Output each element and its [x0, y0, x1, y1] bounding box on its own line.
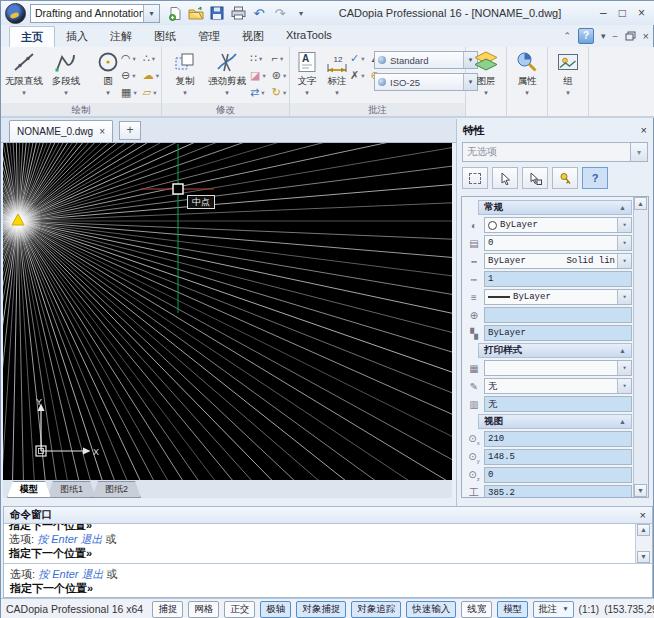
undo-icon[interactable]: ↶ [250, 4, 268, 22]
workspace-dropdown[interactable]: Drafting and Annotation ▾ [30, 4, 160, 23]
scroll-down-icon[interactable]: ▼ [634, 484, 647, 497]
command-link[interactable]: 按 Enter 退出 [37, 533, 102, 545]
scroll-up-icon[interactable]: ▲ [637, 524, 650, 536]
ribbon-tab-XtraTools[interactable]: XtraTools [275, 26, 343, 47]
arc-icon[interactable]: ◠▾ [121, 51, 137, 66]
fillet-icon[interactable]: ⌐▾ [272, 51, 286, 66]
ribbon-button-无限直线[interactable]: 无限直线▾ [4, 49, 44, 97]
ribbon-button-强劲剪裁[interactable]: 强劲剪裁▾ [207, 49, 247, 97]
property-field[interactable]: 无 [484, 396, 632, 412]
ribbon-button-标注[interactable]: 12标注▾ [323, 49, 351, 97]
chevron-down-icon[interactable]: ▾ [525, 89, 529, 97]
close-button[interactable]: × [638, 3, 645, 23]
app-logo-icon[interactable] [5, 3, 26, 24]
ellipse-icon[interactable]: ⊖▾ [121, 68, 137, 83]
text-style-combo[interactable]: Standard ▾ [374, 51, 478, 69]
chevron-down-icon[interactable]: ▾ [225, 89, 229, 97]
property-field[interactable]: 148.5 [484, 449, 632, 465]
pick-add-cursor-icon[interactable] [522, 167, 548, 189]
doc-close-icon[interactable]: × [643, 30, 649, 42]
document-tab-close-icon[interactable]: × [99, 126, 105, 137]
document-tab[interactable]: NONAME_0.dwg × [9, 120, 113, 142]
selection-dropdown[interactable]: 无选项 ▾ [462, 142, 648, 162]
ribbon-button-属性[interactable]: 属性▾ [510, 49, 544, 97]
scroll-down-icon[interactable]: ▼ [637, 551, 650, 563]
select-elements-icon[interactable] [462, 167, 488, 189]
chevron-down-icon[interactable]: ▾ [566, 89, 570, 97]
property-field[interactable]: ByLayer▾ [484, 289, 632, 305]
cloud-icon[interactable]: ☁▾ [143, 68, 159, 83]
chevron-down-icon[interactable]: ▾ [106, 89, 110, 97]
properties-help-icon[interactable]: ? [582, 167, 608, 189]
status-toggle-快速输入[interactable]: 快速输入 [406, 601, 456, 618]
ribbon-tab-注解[interactable]: 注解 [99, 26, 143, 47]
properties-panel-close-icon[interactable]: × [641, 124, 647, 136]
ribbon-collapse-icon[interactable]: ⌃ [563, 31, 571, 41]
property-field[interactable]: ByLayer [484, 325, 632, 341]
annotation-scale-dropdown[interactable]: 批注 ▼ [533, 601, 573, 618]
status-toggle-极轴[interactable]: 极轴 [260, 601, 291, 618]
maximize-button[interactable]: □ [619, 3, 626, 23]
layout-tab-图纸1[interactable]: 图纸1 [47, 481, 96, 498]
help-dropdown-icon[interactable]: ▾ [601, 31, 606, 41]
status-toggle-线宽[interactable]: 线宽 [461, 601, 492, 618]
property-field[interactable] [484, 307, 632, 323]
layout-tab-图纸2[interactable]: 图纸2 [92, 481, 141, 498]
ribbon-button-图层[interactable]: 图层▾ [469, 49, 503, 97]
stretch-icon[interactable]: ⇄▾ [250, 85, 266, 100]
chevron-down-icon[interactable]: ▾ [484, 89, 488, 97]
new-document-tab-button[interactable]: + [119, 121, 141, 140]
ribbon-button-复制[interactable]: 复制▾ [165, 49, 205, 97]
chevron-down-icon[interactable]: ▾ [22, 89, 26, 97]
new-file-icon[interactable] [166, 4, 184, 22]
chevron-down-icon[interactable]: ▾ [335, 89, 339, 97]
array-icon[interactable]: ∷▾ [250, 51, 266, 66]
status-toggle-捕捉[interactable]: 捕捉 [152, 601, 183, 618]
minimize-button[interactable]: – [600, 3, 607, 23]
ribbon-tab-视图[interactable]: 视图 [231, 26, 275, 47]
chevron-down-icon[interactable]: ▾ [183, 89, 187, 97]
command-history-scrollbar[interactable]: ▲ ▼ [635, 524, 652, 563]
status-toggle-网格[interactable]: 网格 [188, 601, 219, 618]
status-toggle-模型[interactable]: 模型 [497, 601, 528, 618]
command-prompt[interactable]: 选项: 按 Enter 退出 或指定下一个位置» [4, 564, 652, 595]
property-field[interactable]: 1 [484, 271, 632, 287]
trim-dim-icon[interactable]: ✗▾ [350, 68, 364, 83]
chevron-down-icon[interactable]: ▾ [305, 89, 309, 97]
property-field[interactable]: 0▾ [484, 235, 632, 251]
doc-restore-icon[interactable] [625, 31, 636, 41]
property-field[interactable]: 385.2 [484, 485, 632, 498]
ribbon-tab-插入[interactable]: 插入 [55, 26, 99, 47]
status-toggle-对象追踪[interactable]: 对象追踪 [351, 601, 401, 618]
ribbon-tab-主页[interactable]: 主页 [9, 26, 55, 47]
redo-icon[interactable]: ↷ [271, 4, 289, 22]
status-toggle-对象捕捉[interactable]: 对象捕捉 [296, 601, 346, 618]
ribbon-tab-管理[interactable]: 管理 [187, 26, 231, 47]
eraser-icon[interactable]: ◪▾ [250, 68, 266, 83]
properties-scrollbar[interactable]: ▲ ▼ [633, 197, 648, 497]
status-toggle-正交[interactable]: 正交 [224, 601, 255, 618]
property-field[interactable]: 0 [484, 467, 632, 483]
qat-dropdown-icon[interactable]: ▾ [292, 4, 310, 22]
command-link[interactable]: 按 Enter 退出 [38, 568, 103, 580]
section-header-视图[interactable]: 视图▲ [478, 414, 632, 429]
pick-cursor-icon[interactable] [492, 167, 518, 189]
command-window-close-icon[interactable]: × [640, 509, 646, 521]
property-field[interactable]: ByLayer▾ [484, 217, 632, 233]
doc-minimize-icon[interactable]: – [613, 31, 618, 41]
print-icon[interactable] [229, 4, 247, 22]
dim-style-combo[interactable]: ISO-25 ▾ [374, 73, 478, 91]
layout-tab-模型[interactable]: 模型 [7, 481, 51, 498]
property-field[interactable]: 210 [484, 431, 632, 447]
quick-select-icon[interactable] [552, 167, 578, 189]
ribbon-button-组[interactable]: 组▾ [551, 49, 585, 97]
ribbon-button-文字[interactable]: A文字▾ [293, 49, 321, 97]
open-file-icon[interactable] [187, 4, 205, 22]
rotate-icon[interactable]: ↻▾ [272, 85, 286, 100]
property-field[interactable]: 无▾ [484, 378, 632, 394]
spellcheck-icon[interactable]: ✓▾ [350, 51, 364, 66]
explode-icon[interactable]: ⊛▾ [272, 68, 286, 83]
chevron-down-icon[interactable]: ▾ [64, 89, 68, 97]
hatch-icon[interactable]: ▦▾ [121, 85, 137, 100]
command-history[interactable]: 指定下一个位置»选项: 按 Enter 退出 或指定下一个位置» ▲ ▼ [4, 524, 652, 564]
